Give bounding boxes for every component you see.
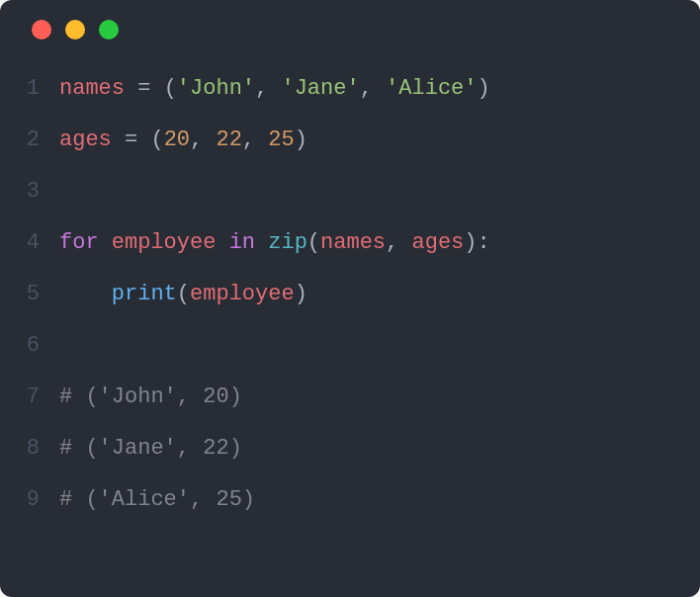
code-line[interactable]: 5 print(employee) — [0, 269, 700, 320]
token-punc: ) — [478, 76, 490, 101]
code-content[interactable]: print(employee) — [47, 269, 307, 320]
maximize-icon[interactable] — [99, 20, 119, 40]
token-var: ages — [59, 128, 112, 152]
minimize-icon[interactable] — [65, 20, 85, 40]
token-comment: # ('Alice', 25) — [59, 487, 255, 512]
token-punc: ) — [295, 128, 307, 152]
token-op — [99, 230, 112, 255]
window-titlebar — [0, 0, 700, 59]
line-number: 4 — [0, 217, 47, 269]
token-op: = — [125, 128, 137, 152]
token-num: 22 — [216, 128, 241, 152]
code-content[interactable]: names = ('John', 'Jane', 'Alice') — [47, 63, 490, 115]
token-var: ages — [411, 230, 464, 255]
token-op — [150, 76, 163, 101]
code-line[interactable]: 1names = ('John', 'Jane', 'Alice') — [0, 63, 700, 115]
token-op — [268, 76, 281, 101]
code-editor[interactable]: 1names = ('John', 'Jane', 'Alice')2ages … — [0, 59, 700, 526]
token-op — [255, 128, 268, 152]
token-builtin: zip — [268, 230, 307, 255]
line-number: 7 — [0, 372, 47, 423]
code-content[interactable]: # ('Jane', 22) — [47, 423, 242, 474]
code-line[interactable]: 7# ('John', 20) — [0, 372, 700, 423]
token-kw2: in — [229, 230, 255, 255]
token-punc: , — [190, 128, 203, 152]
token-num: 20 — [164, 128, 190, 152]
token-punc: ( — [150, 128, 163, 152]
code-line[interactable]: 3 — [0, 166, 700, 217]
line-number: 8 — [0, 423, 47, 474]
token-op — [255, 230, 268, 255]
line-number: 3 — [0, 166, 47, 217]
code-content[interactable]: # ('John', 20) — [47, 372, 242, 423]
line-number: 9 — [0, 474, 47, 526]
token-comment: # ('John', 20) — [59, 384, 242, 409]
token-punc: , — [386, 230, 398, 255]
line-number: 1 — [0, 63, 47, 115]
line-number: 5 — [0, 269, 47, 320]
code-line[interactable]: 2ages = (20, 22, 25) — [0, 115, 700, 166]
token-op — [112, 128, 125, 152]
token-punc: ( — [307, 230, 320, 255]
token-op — [125, 76, 137, 101]
token-func: print — [112, 282, 177, 306]
line-number: 2 — [0, 115, 47, 166]
token-punc: , — [242, 128, 255, 152]
code-window: 1names = ('John', 'Jane', 'Alice')2ages … — [0, 0, 700, 597]
token-op — [203, 128, 216, 152]
token-punc: : — [478, 230, 490, 255]
token-num: 25 — [268, 128, 294, 152]
token-str: 'Jane' — [281, 76, 359, 101]
code-line[interactable]: 4for employee in zip(names, ages): — [0, 217, 700, 269]
code-line[interactable]: 9# ('Alice', 25) — [0, 474, 700, 526]
token-op — [398, 230, 411, 255]
token-op: = — [137, 76, 150, 101]
code-content[interactable]: for employee in zip(names, ages): — [47, 217, 490, 269]
token-str: 'John' — [177, 76, 255, 101]
token-op — [216, 230, 228, 255]
token-comment: # ('Jane', 22) — [59, 436, 242, 461]
code-content[interactable]: ages = (20, 22, 25) — [47, 115, 307, 166]
token-str: 'Alice' — [386, 76, 477, 101]
close-icon[interactable] — [32, 20, 51, 40]
token-var: employee — [112, 230, 217, 255]
code-content[interactable]: # ('Alice', 25) — [47, 474, 255, 526]
token-punc: , — [360, 76, 373, 101]
token-op — [137, 128, 150, 152]
line-number: 6 — [0, 320, 47, 372]
token-op — [373, 76, 386, 101]
code-line[interactable]: 6 — [0, 320, 700, 372]
token-punc: , — [255, 76, 268, 101]
token-var: names — [320, 230, 386, 255]
token-punc: ) — [464, 230, 477, 255]
token-var: names — [59, 76, 125, 101]
token-punc: ( — [164, 76, 177, 101]
code-line[interactable]: 8# ('Jane', 22) — [0, 423, 700, 474]
token-kw: for — [59, 230, 99, 255]
token-var: employee — [190, 282, 295, 306]
token-punc: ) — [295, 282, 307, 306]
token-op — [59, 282, 112, 306]
token-punc: ( — [177, 282, 190, 306]
